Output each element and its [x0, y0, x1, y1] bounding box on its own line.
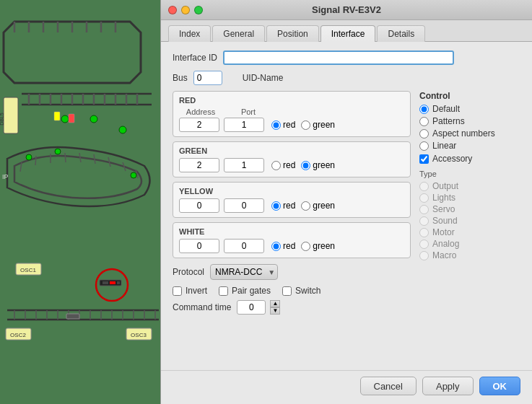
white-radio-group: red green: [271, 241, 335, 251]
white-radio-green[interactable]: green: [301, 241, 335, 251]
svg-rect-45: [117, 281, 120, 284]
green-port-input[interactable]: [224, 158, 264, 172]
yellow-label: YELLOW: [179, 187, 404, 196]
svg-point-36: [26, 154, 32, 160]
svg-point-37: [55, 149, 61, 154]
red-radio-red[interactable]: red: [271, 120, 295, 130]
white-port-input[interactable]: [224, 239, 264, 253]
tab-position[interactable]: Position: [266, 25, 319, 42]
address-col-label: Address: [179, 107, 222, 116]
type-analog: Analog: [419, 239, 520, 249]
red-section: RED Address Port red: [173, 91, 411, 137]
bottom-checkboxes: Invert Pair gates Switch: [173, 286, 411, 296]
interface-id-input[interactable]: [223, 50, 454, 65]
type-macro: Macro: [419, 250, 520, 260]
control-options: Default Patterns Aspect numbers Lin: [419, 104, 520, 151]
control-aspect-numbers[interactable]: Aspect numbers: [419, 128, 520, 139]
apply-button[interactable]: Apply: [422, 377, 474, 395]
yellow-radio-green[interactable]: green: [301, 201, 335, 211]
close-button[interactable]: [168, 6, 177, 14]
white-address-input[interactable]: [179, 239, 219, 253]
dialog-titlebar: Signal RV-E3V2: [161, 0, 532, 20]
ok-button[interactable]: OK: [479, 377, 521, 395]
accessory-label: Accessory: [432, 154, 472, 164]
dialog-content: Interface ID Bus UID-Name RED Address Po…: [161, 42, 532, 370]
control-patterns[interactable]: Patterns: [419, 116, 520, 126]
type-lights-label: Lights: [432, 193, 455, 203]
spinner-buttons: ▲ ▼: [270, 300, 280, 315]
dialog-title: Signal RV-E3V2: [312, 4, 381, 15]
type-analog-label: Analog: [432, 239, 459, 249]
minimize-button[interactable]: [181, 6, 190, 14]
red-address-input[interactable]: [179, 118, 219, 132]
type-title: Type: [419, 170, 520, 178]
switch-checkbox[interactable]: Switch: [282, 286, 320, 296]
svg-text:OSC3: OSC3: [131, 332, 147, 338]
spinner-up-button[interactable]: ▲: [270, 300, 280, 307]
yellow-port-input[interactable]: [224, 198, 264, 213]
interface-id-label: Interface ID: [173, 53, 217, 63]
white-radio-green-label: green: [313, 241, 335, 251]
train-layout-panel: DBL5: [0, 0, 160, 404]
invert-label: Invert: [186, 286, 207, 296]
accessory-checkbox[interactable]: Accessory: [419, 154, 520, 164]
pair-gates-checkbox[interactable]: Pair gates: [219, 286, 271, 296]
bus-label: Bus: [173, 73, 188, 83]
bus-input[interactable]: [193, 71, 222, 85]
type-output: Output: [419, 181, 520, 191]
svg-rect-26: [69, 114, 74, 123]
svg-text:IP: IP: [2, 173, 9, 180]
type-servo: Servo: [419, 204, 520, 214]
command-time-input[interactable]: [237, 300, 266, 315]
port-col-label: Port: [227, 107, 270, 116]
command-time-label: Command time: [173, 302, 231, 312]
titlebar-buttons: [168, 6, 203, 14]
red-port-input[interactable]: [224, 118, 264, 132]
red-inputs-row: red green: [179, 118, 404, 132]
green-address-input[interactable]: [179, 158, 219, 172]
svg-rect-44: [110, 281, 115, 284]
control-default-label: Default: [432, 104, 460, 114]
maximize-button[interactable]: [194, 6, 203, 14]
control-default[interactable]: Default: [419, 104, 520, 114]
tab-details[interactable]: Details: [377, 25, 425, 42]
green-radio-green[interactable]: green: [301, 160, 335, 170]
uid-name-label: UID-Name: [243, 73, 284, 83]
tab-bar: Index General Position Interface Details: [161, 20, 532, 42]
type-sound: Sound: [419, 216, 520, 226]
green-radio-red-label: red: [283, 160, 295, 170]
control-linear-label: Linear: [432, 141, 456, 151]
white-label: WHITE: [179, 227, 404, 236]
svg-line-28: [35, 156, 36, 165]
yellow-radio-red[interactable]: red: [271, 201, 295, 211]
control-section: Control Default Patterns Aspect numbe: [419, 91, 520, 164]
protocol-select[interactable]: NMRA-DCC Motorola Manual: [210, 264, 278, 280]
svg-point-24: [119, 126, 126, 133]
cancel-button[interactable]: Cancel: [360, 377, 417, 395]
type-sound-label: Sound: [432, 216, 458, 226]
svg-line-30: [65, 153, 66, 162]
red-radio-group: red green: [271, 120, 335, 130]
tab-interface[interactable]: Interface: [320, 25, 376, 42]
svg-point-22: [61, 115, 69, 123]
spinner-down-button[interactable]: ▼: [270, 307, 280, 315]
interface-id-row: Interface ID: [173, 50, 520, 65]
white-radio-red[interactable]: red: [271, 241, 295, 251]
control-linear[interactable]: Linear: [419, 141, 520, 151]
white-section: WHITE red green: [173, 222, 411, 258]
svg-text:DBL5: DBL5: [0, 113, 4, 126]
type-section: Type Output Lights Servo: [419, 170, 520, 260]
green-radio-green-label: green: [313, 160, 335, 170]
tab-index[interactable]: Index: [168, 25, 211, 42]
svg-rect-43: [103, 281, 108, 284]
yellow-address-input[interactable]: [179, 198, 219, 213]
control-title: Control: [419, 91, 520, 101]
red-radio-green[interactable]: green: [301, 120, 335, 130]
addr-port-headers: Address Port: [179, 107, 404, 116]
green-radio-red[interactable]: red: [271, 160, 295, 170]
invert-checkbox[interactable]: Invert: [173, 286, 207, 296]
white-radio-red-label: red: [283, 241, 295, 251]
type-servo-label: Servo: [432, 204, 455, 214]
tab-general[interactable]: General: [212, 25, 265, 42]
control-panel: Control Default Patterns Aspect numbe: [419, 91, 520, 315]
